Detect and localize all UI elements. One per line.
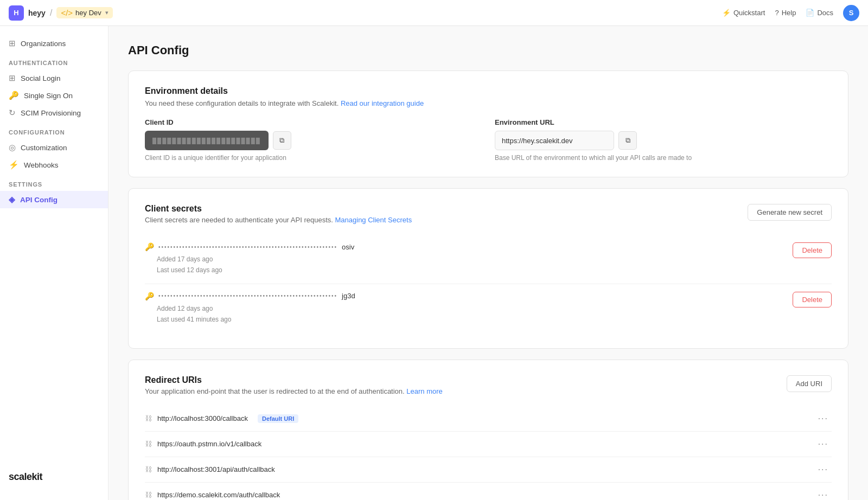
- uris-card-title: Redirect URIs: [145, 375, 443, 385]
- integration-guide-link[interactable]: Read our integration guide: [341, 99, 424, 107]
- link-icon-2: ⛓: [145, 465, 152, 473]
- sidebar-item-social-login[interactable]: ⊞ Social Login: [0, 69, 108, 87]
- uri-row-2: ⛓ http://localhost:3001/api/auth/callbac…: [145, 457, 832, 483]
- learn-more-link[interactable]: Learn more: [406, 387, 442, 395]
- uri-left-2: ⛓ http://localhost:3001/api/auth/callbac…: [145, 465, 275, 473]
- help-button[interactable]: ? Help: [775, 9, 796, 17]
- docs-icon: 📄: [806, 9, 814, 17]
- link-icon-1: ⛓: [145, 440, 152, 448]
- code-icon: </>: [61, 8, 73, 17]
- chevron-down-icon: ▾: [105, 9, 108, 16]
- sidebar-label-social-login: Social Login: [21, 74, 61, 82]
- env-url-label: Environment URL: [495, 118, 832, 126]
- sidebar-item-single-sign-on[interactable]: 🔑 Single Sign On: [0, 87, 108, 104]
- default-uri-badge: Default URI: [258, 414, 298, 423]
- sidebar-bottom: scalekit: [0, 463, 108, 491]
- copy-client-id-button[interactable]: ⧉: [273, 131, 291, 150]
- uri-row-3: ⛓ https://demo.scalekit.com/auth/callbac…: [145, 483, 832, 500]
- uri-more-1-button[interactable]: ···: [815, 438, 832, 450]
- key-icon-1: 🔑: [145, 292, 154, 300]
- key-icon-0: 🔑: [145, 242, 154, 251]
- uri-row-1: ⛓ https://oauth.pstmn.io/v1/callback ···: [145, 432, 832, 457]
- copy-icon-env: ⧉: [626, 136, 630, 145]
- quickstart-icon: ⚡: [722, 9, 731, 17]
- scim-icon: ↻: [9, 108, 16, 118]
- sidebar-item-webhooks[interactable]: ⚡ Webhooks: [0, 156, 108, 174]
- page-layout: ⊞ Organizations AUTHENTICATION ⊞ Social …: [0, 26, 868, 500]
- secret-row-1: 🔑 ••••••••••••••••••••••••••••••••••••••…: [145, 284, 832, 333]
- delete-secret-0-button[interactable]: Delete: [793, 242, 832, 258]
- project-selector[interactable]: </> hey Dev ▾: [56, 7, 112, 18]
- sidebar-label-scim: SCIM Provisioning: [21, 109, 81, 117]
- env-card-subtitle: You need these configuration details to …: [145, 99, 832, 107]
- sidebar-label-api-config: API Config: [20, 196, 58, 204]
- organizations-icon: ⊞: [9, 39, 16, 48]
- uri-more-0-button[interactable]: ···: [815, 413, 832, 425]
- secrets-header-text: Client secrets Client secrets are needed…: [145, 204, 412, 224]
- sidebar-label-organizations: Organizations: [21, 40, 66, 48]
- env-url-hint: Base URL of the environment to which all…: [495, 154, 832, 162]
- sidebar-section-authentication: AUTHENTICATION: [0, 52, 108, 69]
- brand-name: scalekit: [9, 471, 99, 483]
- help-label: Help: [782, 9, 796, 17]
- client-id-label: Client ID: [145, 118, 482, 126]
- link-icon-0: ⛓: [145, 414, 152, 422]
- delete-secret-1-button[interactable]: Delete: [793, 292, 832, 307]
- secret-suffix-1: jg3d: [342, 292, 355, 300]
- nav-left: H heyy / </> hey Dev ▾: [9, 5, 113, 21]
- sidebar-label-webhooks: Webhooks: [24, 161, 59, 169]
- breadcrumb-separator: /: [50, 8, 52, 18]
- app-name: heyy: [28, 9, 46, 17]
- uri-text-0: http://localhost:3000/callback: [157, 414, 248, 422]
- uri-row-0: ⛓ http://localhost:3000/callback Default…: [145, 406, 832, 432]
- main-content: API Config Environment details You need …: [108, 26, 868, 500]
- quickstart-button[interactable]: ⚡ Quickstart: [722, 9, 765, 17]
- uri-left-1: ⛓ https://oauth.pstmn.io/v1/callback: [145, 440, 261, 448]
- client-secrets-card: Client secrets Client secrets are needed…: [128, 188, 848, 349]
- top-navigation: H heyy / </> hey Dev ▾ ⚡ Quickstart ? He…: [0, 0, 868, 26]
- secret-info-1: 🔑 ••••••••••••••••••••••••••••••••••••••…: [145, 292, 793, 325]
- secret-suffix-0: osiv: [342, 243, 354, 251]
- managing-secrets-link[interactable]: Managing Client Secrets: [335, 216, 412, 224]
- env-card-title: Environment details: [145, 86, 832, 96]
- sidebar-section-settings: SETTINGS: [0, 174, 108, 191]
- generate-secret-button[interactable]: Generate new secret: [748, 204, 832, 221]
- api-config-icon: ◈: [9, 195, 15, 204]
- uris-card-subtitle: Your application end-point that the user…: [145, 387, 443, 395]
- link-icon-3: ⛓: [145, 491, 152, 499]
- redirect-uris-card: Redirect URIs Your application end-point…: [128, 360, 848, 500]
- nav-right: ⚡ Quickstart ? Help 📄 Docs S: [722, 5, 859, 21]
- sidebar-item-scim[interactable]: ↻ SCIM Provisioning: [0, 104, 108, 121]
- key-icon: 🔑: [9, 91, 19, 100]
- user-avatar[interactable]: S: [843, 5, 859, 21]
- docs-button[interactable]: 📄 Docs: [806, 9, 833, 17]
- customization-icon: ◎: [9, 143, 16, 152]
- secrets-card-header: Client secrets Client secrets are needed…: [145, 204, 832, 224]
- uri-text-2: http://localhost:3001/api/auth/callback: [157, 465, 275, 473]
- webhooks-icon: ⚡: [9, 160, 19, 170]
- secret-dots-1: ••••••••••••••••••••••••••••••••••••••••…: [158, 293, 337, 299]
- secret-dots-0: ••••••••••••••••••••••••••••••••••••••••…: [158, 244, 337, 250]
- secret-added-0: Added 17 days ago: [157, 254, 793, 265]
- sidebar-item-organizations[interactable]: ⊞ Organizations: [0, 35, 108, 52]
- add-uri-button[interactable]: Add URI: [787, 375, 832, 392]
- project-name: hey Dev: [75, 9, 101, 17]
- sidebar-item-customization[interactable]: ◎ Customization: [0, 139, 108, 156]
- uris-card-header: Redirect URIs Your application end-point…: [145, 375, 832, 395]
- app-logo: H: [9, 5, 24, 21]
- docs-label: Docs: [817, 9, 833, 17]
- client-id-mask: ██████████████████████: [152, 138, 261, 144]
- uri-more-2-button[interactable]: ···: [815, 464, 832, 476]
- uri-more-3-button[interactable]: ···: [815, 489, 832, 500]
- copy-env-url-button[interactable]: ⧉: [618, 131, 637, 150]
- client-id-row: ██████████████████████ ⧉: [145, 131, 482, 150]
- help-icon: ?: [775, 9, 778, 17]
- secret-key-line-0: 🔑 ••••••••••••••••••••••••••••••••••••••…: [145, 242, 793, 251]
- uri-left-0: ⛓ http://localhost:3000/callback Default…: [145, 414, 298, 423]
- uri-left-3: ⛓ https://demo.scalekit.com/auth/callbac…: [145, 491, 280, 499]
- env-url-value: https://hey.scalekit.dev: [495, 131, 614, 150]
- secret-row-0: 🔑 ••••••••••••••••••••••••••••••••••••••…: [145, 235, 832, 284]
- sidebar-item-api-config[interactable]: ◈ API Config: [0, 191, 108, 208]
- env-url-field: Environment URL https://hey.scalekit.dev…: [495, 118, 832, 162]
- env-grid: Client ID ██████████████████████ ⧉ Clien…: [145, 118, 832, 162]
